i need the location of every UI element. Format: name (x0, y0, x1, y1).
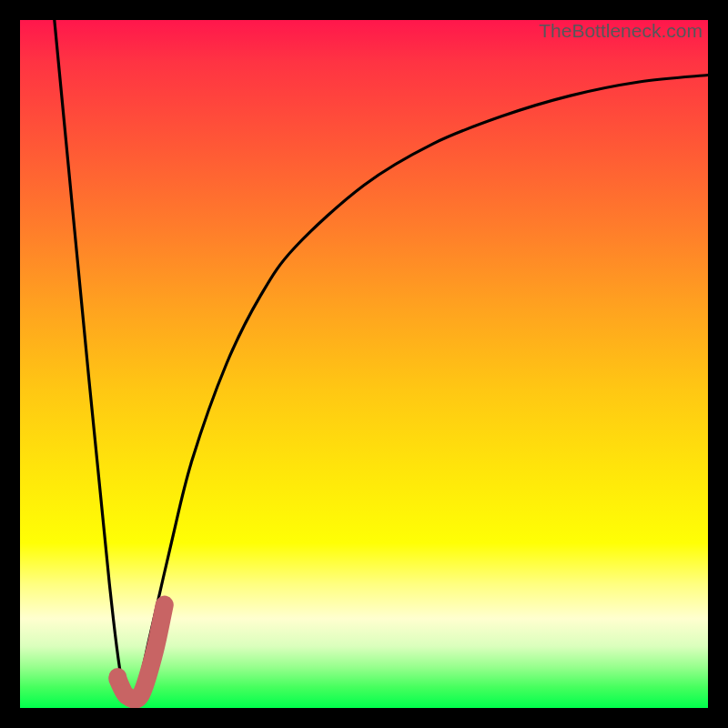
accent-hook (117, 605, 164, 700)
chart-frame: TheBottleneck.com (0, 0, 728, 728)
marker-dot (108, 668, 126, 686)
chart-svg (20, 20, 708, 708)
bottleneck-curve (55, 20, 708, 697)
chart-plot-area: TheBottleneck.com (20, 20, 708, 708)
